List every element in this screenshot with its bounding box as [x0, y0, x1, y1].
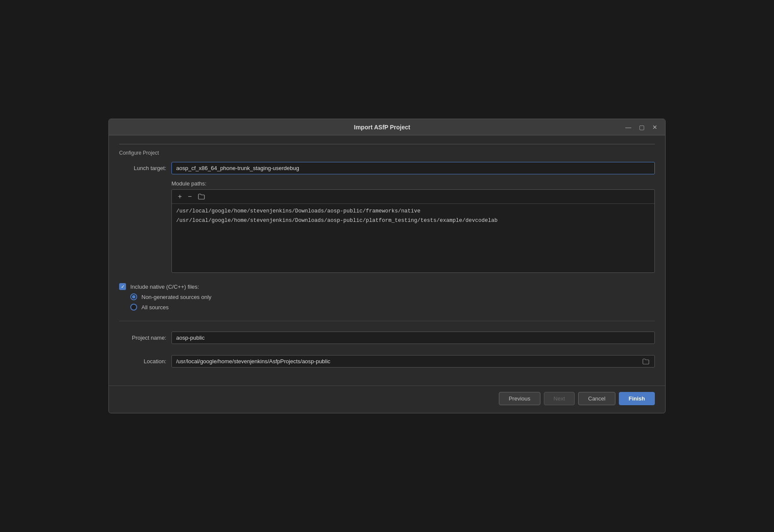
location-row: Location: [119, 355, 655, 368]
section-label: Configure Project [119, 150, 162, 156]
radio-non-generated-button[interactable] [130, 293, 137, 300]
lunch-target-row: Lunch target: [119, 162, 655, 174]
list-item: /usr/local/google/home/stevenjenkins/Dow… [176, 207, 650, 215]
project-name-label: Project name: [119, 335, 166, 341]
radio-options: Non-generated sources only All sources [130, 293, 655, 311]
include-native-checkbox[interactable]: ✓ [119, 283, 126, 290]
module-paths-label: Module paths: [171, 180, 655, 187]
close-button[interactable]: ✕ [651, 123, 659, 131]
title-bar: Import ASfP Project — ▢ ✕ [109, 119, 665, 135]
module-paths-section: Module paths: + − /usr/local/google/home… [119, 180, 655, 273]
module-paths-box: + − /usr/local/google/home/stevenjenkins… [171, 189, 655, 273]
minimize-button[interactable]: — [624, 123, 633, 131]
radio-all-sources-button[interactable] [130, 304, 137, 311]
dialog-title: Import ASfP Project [141, 124, 624, 131]
list-item: /usr/local/google/home/stevenjenkins/Dow… [176, 217, 650, 224]
location-input[interactable] [172, 356, 641, 367]
include-native-label: Include native (C/C++) files: [130, 284, 199, 290]
project-fields: Project name: Location: [119, 332, 655, 374]
location-browse-button[interactable] [641, 357, 651, 366]
project-name-row: Project name: [119, 332, 655, 344]
project-name-input[interactable] [171, 332, 655, 344]
divider [119, 321, 655, 321]
radio-all-sources[interactable]: All sources [130, 304, 655, 311]
dialog-body: Configure Project Lunch target: Module p… [109, 135, 665, 382]
cancel-button[interactable]: Cancel [578, 392, 615, 405]
next-button: Next [544, 392, 575, 405]
remove-path-button[interactable]: − [186, 192, 193, 201]
location-label: Location: [119, 358, 166, 365]
lunch-target-label: Lunch target: [119, 165, 166, 171]
configure-project-section: Configure Project Lunch target: Module p… [119, 144, 655, 273]
finish-button[interactable]: Finish [619, 392, 655, 405]
radio-non-generated-label: Non-generated sources only [141, 294, 211, 300]
include-native-row: ✓ Include native (C/C++) files: [119, 283, 655, 290]
radio-non-generated[interactable]: Non-generated sources only [130, 293, 655, 300]
maximize-button[interactable]: ▢ [637, 123, 646, 131]
add-path-button[interactable]: + [176, 192, 183, 201]
module-paths-toolbar: + − [172, 190, 654, 204]
radio-all-sources-label: All sources [141, 304, 169, 311]
previous-button[interactable]: Previous [499, 392, 540, 405]
lunch-target-input[interactable] [171, 162, 655, 174]
dialog-footer: Previous Next Cancel Finish [109, 386, 665, 413]
window-controls: — ▢ ✕ [624, 123, 659, 131]
import-dialog: Import ASfP Project — ▢ ✕ Configure Proj… [108, 119, 666, 413]
native-files-section: ✓ Include native (C/C++) files: Non-gene… [119, 280, 655, 311]
browse-path-button[interactable] [196, 193, 207, 200]
location-input-wrapper [171, 355, 655, 368]
module-paths-list: /usr/local/google/home/stevenjenkins/Dow… [172, 204, 654, 272]
